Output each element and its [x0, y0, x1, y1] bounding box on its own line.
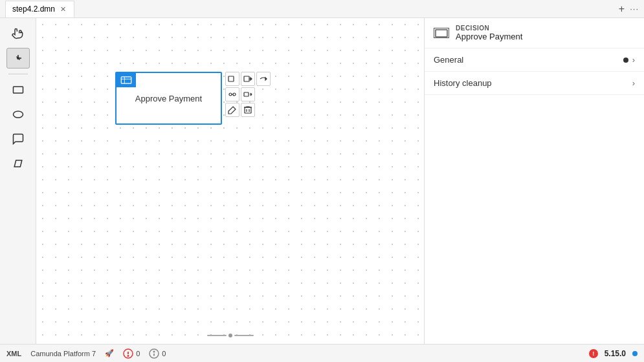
ctx-append-shape[interactable] — [241, 72, 255, 86]
canvas-area[interactable]: Approve Payment — [36, 18, 424, 344]
svg-rect-10 — [228, 76, 234, 81]
status-warning-badge: ! — [589, 349, 598, 358]
ctx-link[interactable] — [225, 87, 239, 101]
tab-label: step4.2.dmn — [12, 5, 55, 14]
title-bar: step4.2.dmn ✕ + ··· — [0, 0, 644, 18]
status-bar: XML Camunda Platform 7 🚀 0 0 ! 5.15.0 — [0, 344, 644, 362]
platform-label: Camunda Platform 7 — [30, 350, 96, 357]
info-icon — [149, 348, 159, 359]
svg-point-31 — [153, 351, 155, 352]
svg-rect-18 — [244, 92, 249, 96]
title-bar-actions: + ··· — [619, 3, 639, 15]
general-dot-indicator — [623, 58, 628, 63]
parallelogram-tool-button[interactable] — [6, 153, 30, 174]
svg-rect-4 — [13, 87, 23, 93]
speech-tool-button[interactable] — [6, 129, 30, 149]
scroll-indicator — [207, 334, 254, 337]
left-toolbar — [0, 18, 36, 344]
svg-point-28 — [128, 355, 129, 356]
svg-rect-11 — [244, 76, 249, 81]
warning-group: 0 — [123, 348, 140, 359]
version-dot — [632, 351, 638, 356]
ctx-append-decision[interactable] — [225, 72, 239, 86]
ctx-morph[interactable] — [241, 87, 255, 101]
add-tab-button[interactable]: + — [619, 3, 625, 15]
ctx-delete[interactable] — [241, 103, 255, 117]
general-chevron-icon: › — [632, 55, 635, 65]
oval-tool-button[interactable] — [6, 104, 30, 125]
tab-close-button[interactable]: ✕ — [59, 5, 67, 14]
warning-icon — [123, 348, 133, 359]
panel-section-history-label: History cleanup — [434, 78, 492, 88]
rectangle-tool-button[interactable] — [6, 80, 30, 100]
history-chevron-icon: › — [632, 78, 635, 88]
panel-section-history-right: › — [632, 78, 635, 88]
cursor-tool-button[interactable] — [6, 48, 30, 69]
version-label: 5.15.0 — [605, 349, 626, 358]
svg-point-5 — [13, 111, 23, 118]
ctx-edit[interactable] — [225, 103, 239, 117]
more-actions-button[interactable]: ··· — [630, 4, 639, 14]
scroll-line-right — [234, 335, 254, 336]
warning-count: 0 — [136, 350, 140, 357]
panel-section-history[interactable]: History cleanup › — [425, 72, 644, 95]
panel-header-icon — [434, 28, 449, 38]
panel-header: DECISION Approve Payment — [425, 18, 644, 48]
panel-header-info: DECISION Approve Payment — [456, 25, 522, 41]
panel-section-general-right: › — [623, 55, 635, 65]
context-pad-row-3 — [225, 103, 271, 117]
info-count: 0 — [162, 350, 166, 357]
decision-node[interactable]: Approve Payment — [115, 72, 222, 125]
context-pad-row-1 — [225, 72, 271, 86]
panel-decision-name: Approve Payment — [456, 32, 522, 41]
context-pad-row-2 — [225, 87, 271, 101]
info-group: 0 — [149, 348, 166, 359]
panel-section-general-label: General — [434, 55, 463, 65]
svg-rect-25 — [436, 30, 447, 37]
main-layout: Approve Payment — [0, 18, 644, 344]
svg-marker-6 — [14, 160, 22, 167]
scroll-dot — [228, 334, 232, 337]
toolbar-separator-1 — [8, 74, 28, 74]
right-panel: DECISION Approve Payment General › Histo… — [424, 18, 644, 344]
rocket-icon: 🚀 — [105, 349, 114, 357]
decision-node-header — [117, 73, 136, 87]
format-label: XML — [6, 350, 21, 357]
scroll-line-left — [207, 335, 227, 336]
svg-point-3 — [17, 57, 19, 59]
file-tab[interactable]: step4.2.dmn ✕ — [5, 1, 74, 17]
panel-section-general[interactable]: General › — [425, 48, 644, 72]
svg-marker-13 — [250, 78, 252, 80]
svg-point-16 — [233, 93, 236, 96]
panel-decision-type: DECISION — [456, 25, 522, 32]
status-bar-right: ! 5.15.0 — [589, 349, 638, 358]
svg-point-15 — [229, 93, 232, 96]
svg-marker-14 — [265, 78, 267, 80]
context-pad — [225, 72, 271, 118]
svg-rect-22 — [245, 107, 251, 113]
svg-rect-7 — [121, 77, 131, 83]
hand-tool-button[interactable] — [6, 23, 30, 44]
ctx-connect[interactable] — [256, 72, 271, 86]
